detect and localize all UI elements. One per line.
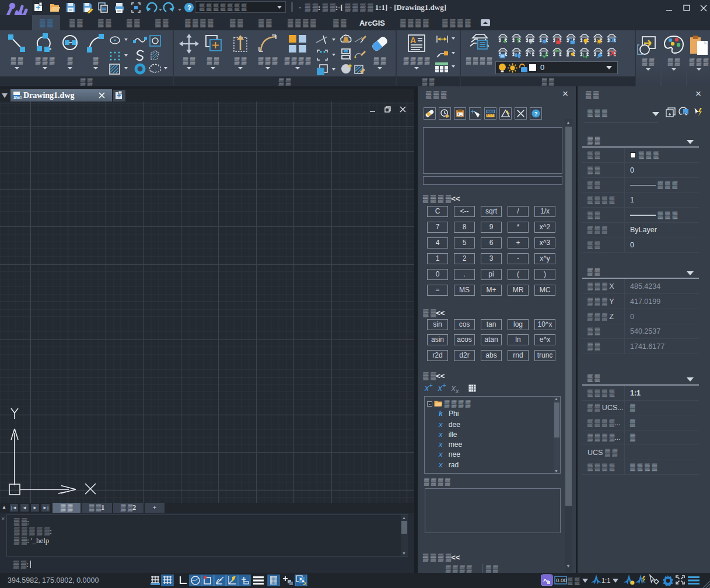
- svg-text:A: A: [410, 36, 417, 45]
- svg-text:0.00: 0.00: [556, 577, 567, 583]
- svg-text:DWG: DWG: [14, 96, 22, 99]
- svg-text:?: ?: [534, 111, 538, 117]
- svg-text:?: ?: [187, 4, 191, 11]
- svg-text:1:1: 1:1: [601, 577, 610, 584]
